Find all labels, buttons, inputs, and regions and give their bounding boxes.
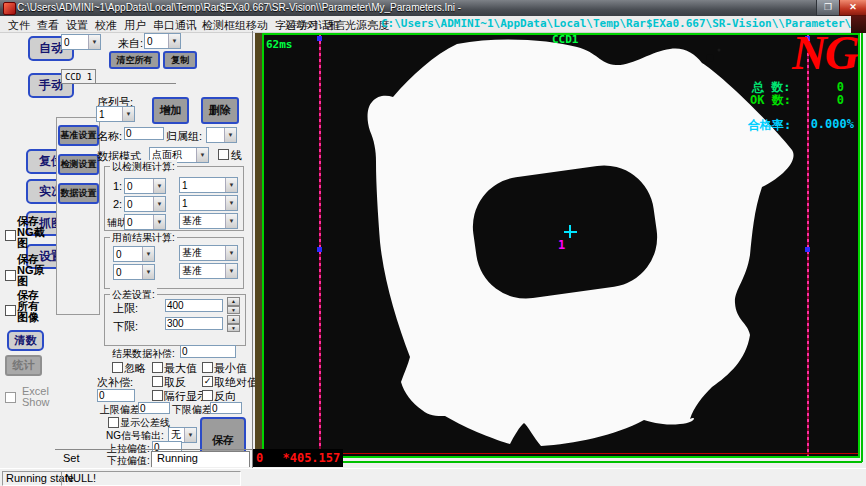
chevron-down-icon[interactable]: ▼ xyxy=(153,179,165,193)
calc-row2-b-combobox[interactable]: 1▼ xyxy=(179,195,238,211)
chevron-down-icon[interactable]: ▼ xyxy=(225,246,237,260)
chevron-down-icon[interactable]: ▼ xyxy=(225,196,237,210)
tab-running[interactable]: Running xyxy=(151,451,250,467)
menu-item-file[interactable]: 文件 xyxy=(8,18,30,33)
lower-dev-input[interactable] xyxy=(210,402,242,414)
setting-group-frame xyxy=(56,117,100,315)
cycle-time-label: 62ms xyxy=(266,38,293,51)
ignore-checkbox[interactable] xyxy=(112,362,123,373)
chevron-down-icon[interactable]: ▼ xyxy=(142,265,154,279)
tab-set[interactable]: Set xyxy=(57,452,155,466)
chevron-down-icon[interactable]: ▼ xyxy=(225,214,237,228)
show-tol-checkbox[interactable] xyxy=(108,417,119,428)
line-checkbox[interactable] xyxy=(218,149,229,160)
min-label: 最小值 xyxy=(214,361,247,376)
save-ng-shot-checkbox[interactable] xyxy=(5,230,16,241)
background-window-fragment xyxy=(851,16,866,33)
save-ng-orig-checkbox[interactable] xyxy=(5,270,16,281)
excel-show-label: Excel Show xyxy=(22,386,50,408)
measure-handle[interactable] xyxy=(805,247,810,252)
show-tol-label: 显示公差线 xyxy=(120,416,170,430)
add-button[interactable]: 增加 xyxy=(152,97,189,124)
status-label: Running state xyxy=(2,471,66,486)
excel-show-checkbox[interactable] xyxy=(5,392,16,403)
tab-ccd1[interactable]: CCD 1 xyxy=(61,69,96,84)
name-input[interactable] xyxy=(124,127,164,140)
chevron-down-icon[interactable]: ▼ xyxy=(168,34,180,48)
data-setting-button[interactable]: 数据设置 xyxy=(58,183,99,204)
measure-handle[interactable] xyxy=(317,36,322,41)
detect-setting-button[interactable]: 检测设置 xyxy=(58,154,99,175)
calc-groupbox: 以检测框计算: 1: 2: 辅助: 0▼ 1▼ 0▼ 1▼ 0▼ 基准▼ xyxy=(104,166,244,231)
invert-checkbox[interactable] xyxy=(152,376,163,387)
upper-dev-input[interactable] xyxy=(138,402,170,414)
menu-item-serial[interactable]: 串口通讯 xyxy=(153,18,197,33)
chevron-down-icon[interactable]: ▼ xyxy=(88,35,100,49)
spin-down-icon: ▼ xyxy=(227,324,240,333)
chevron-down-icon[interactable]: ▼ xyxy=(184,428,196,442)
prev-row1-b-combobox[interactable]: 基准▼ xyxy=(179,245,238,261)
calc-row3-b-combobox[interactable]: 基准▼ xyxy=(179,213,238,229)
menu-item-view[interactable]: 查看 xyxy=(37,18,59,33)
menu-item-calibrate[interactable]: 校准 xyxy=(95,18,117,33)
group-combobox[interactable]: ▼ xyxy=(206,127,237,143)
min-checkbox[interactable] xyxy=(202,362,213,373)
copy-button[interactable]: 复制 xyxy=(163,51,197,69)
calc-row1-a-combobox[interactable]: 0▼ xyxy=(124,178,166,194)
sec-comp-label: 次补偿: xyxy=(97,375,133,390)
measure-baseline xyxy=(264,453,858,454)
upper-limit-spinner[interactable]: ▲▼ xyxy=(227,297,240,314)
chevron-down-icon[interactable]: ▼ xyxy=(224,128,236,142)
sec-comp-input[interactable] xyxy=(97,389,135,402)
abs-checkbox[interactable]: ✓ xyxy=(202,376,213,387)
from-combobox[interactable]: 0▼ xyxy=(144,33,181,49)
reverse-checkbox[interactable] xyxy=(202,390,213,401)
base-setting-button[interactable]: 基准设置 xyxy=(58,125,99,146)
total-count-value: 0 xyxy=(804,80,844,94)
upper-limit-input[interactable] xyxy=(165,299,223,312)
save-ng-orig-label: 保存 NG原 图 xyxy=(17,254,45,287)
app-icon xyxy=(3,2,16,15)
chevron-down-icon[interactable]: ▼ xyxy=(196,148,208,162)
spin-down-icon: ▼ xyxy=(227,306,240,315)
viewport-bottom-line xyxy=(262,461,862,463)
menu-bar: 文件 查看 设置 校准 用户 串口通讯 检测框组移动 字符学习 语言 运动对话框… xyxy=(0,16,866,33)
serial-combobox[interactable]: 1▼ xyxy=(96,106,135,122)
status-value: NULL! xyxy=(61,471,241,486)
tolerance-groupbox: 公差设置: 上限: ▲▼ 下限: ▲▼ xyxy=(104,294,246,346)
measure-handle[interactable] xyxy=(317,247,322,252)
delete-button[interactable]: 删除 xyxy=(201,97,239,124)
abs-label: 取绝对值 xyxy=(214,375,258,390)
prev-row1-a-combobox[interactable]: 0▼ xyxy=(113,246,155,262)
menu-item-motion[interactable]: 运动对话框 xyxy=(285,18,340,33)
chevron-down-icon[interactable]: ▼ xyxy=(142,247,154,261)
menu-item-settings[interactable]: 设置 xyxy=(66,18,88,33)
max-checkbox[interactable] xyxy=(152,362,163,373)
calc-row2-a-combobox[interactable]: 0▼ xyxy=(124,196,166,212)
prev-row2-b-combobox[interactable]: 基准▼ xyxy=(179,263,238,279)
alt-rows-checkbox[interactable] xyxy=(152,390,163,401)
clear-all-button[interactable]: 清空所有 xyxy=(109,51,160,69)
result-comp-input[interactable] xyxy=(180,345,236,358)
calc-row1-b-combobox[interactable]: 1▼ xyxy=(179,177,238,193)
top-index-combobox[interactable]: 0▼ xyxy=(61,34,101,50)
chevron-down-icon[interactable]: ▼ xyxy=(225,264,237,278)
readout-prefix: 0 xyxy=(256,451,263,465)
statistics-button: 统计 xyxy=(5,355,42,376)
close-button[interactable]: ✕ xyxy=(839,0,866,16)
save-all-images-checkbox[interactable] xyxy=(5,305,16,316)
prev-row2-a-combobox[interactable]: 0▼ xyxy=(113,264,155,280)
overlay-window-title: C:\Users\ADMINI~1\AppData\Local\Temp\Rar… xyxy=(381,17,866,30)
chevron-down-icon[interactable]: ▼ xyxy=(225,178,237,192)
restore-button[interactable]: ❐ xyxy=(816,0,840,16)
chevron-down-icon[interactable]: ▼ xyxy=(153,197,165,211)
menu-item-user[interactable]: 用户 xyxy=(124,18,146,33)
lower-limit-input[interactable] xyxy=(165,317,223,330)
chevron-down-icon[interactable]: ▼ xyxy=(122,107,134,121)
chevron-down-icon[interactable]: ▼ xyxy=(153,215,165,229)
calc-row3-a-combobox[interactable]: 0▼ xyxy=(124,214,166,230)
clear-count-button[interactable]: 清数 xyxy=(7,330,44,351)
lower-limit-spinner[interactable]: ▲▼ xyxy=(227,315,240,332)
menu-item-framemove[interactable]: 检测框组移动 xyxy=(202,18,268,33)
left-measure-line xyxy=(319,35,321,456)
